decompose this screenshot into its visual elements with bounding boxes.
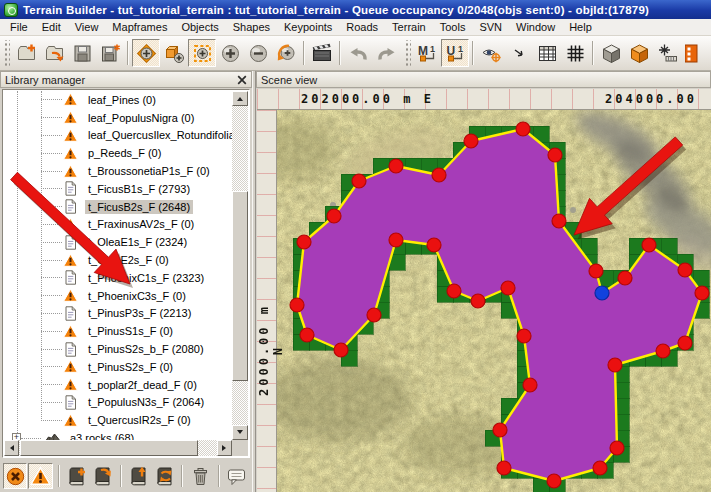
polygon-vertex[interactable] [297,235,311,249]
polygon-vertex[interactable] [334,343,348,357]
polygon-vertex[interactable] [548,148,562,162]
expand-icon[interactable]: + [12,433,21,440]
tree-item[interactable]: t_PopulusN3s_F (2064) [4,394,232,412]
add-item-button[interactable] [216,39,244,67]
polygon-vertex[interactable] [501,281,515,295]
polygon-vertex[interactable] [432,168,446,182]
polygon-vertex[interactable] [516,122,530,136]
open-file-button[interactable] [40,39,68,67]
tree-item[interactable]: leaf_QuercusIlex_Rotundifolia [4,127,232,145]
library-comment-button[interactable] [225,463,249,489]
library-add-button[interactable] [65,463,89,489]
tree-item[interactable]: t_PhoenixC3s_F (0) [4,287,232,305]
scene-canvas[interactable] [277,110,711,492]
tree-hscrollbar[interactable] [4,440,232,456]
tree-item[interactable]: leaf_PopulusNigra (0) [4,109,232,127]
library-reload-button[interactable] [152,463,176,489]
menu-item-tools[interactable]: Tools [433,20,473,35]
polygon-vertex[interactable] [471,294,485,308]
tree-item[interactable]: t_OleaE1s_F (2324) [4,233,232,251]
vscroll-down-button[interactable] [232,425,248,440]
menu-item-help[interactable]: Help [562,20,599,35]
polygon-vertex[interactable] [427,238,441,252]
hscroll-left-button[interactable] [4,440,19,456]
title-bar[interactable]: Terrain Builder - tut_tutorial_terrain :… [0,0,711,19]
rotate-add-button[interactable] [272,39,300,67]
menu-item-view[interactable]: View [68,20,106,35]
menu-item-file[interactable]: File [3,20,35,35]
tree-item[interactable]: t_QuercusIR2s_F (0) [4,411,232,429]
polygon-vertex[interactable] [678,336,692,350]
hscroll-thumb[interactable] [20,440,198,456]
close-icon[interactable] [237,75,247,85]
save-as-button[interactable] [96,39,124,67]
add-selection-button[interactable] [188,39,216,67]
polygon-vertex[interactable] [389,233,403,247]
tree-item[interactable]: t_BroussonetiaP1s_F (0) [4,162,232,180]
map-mode-button[interactable]: M1 [413,39,441,67]
polygon-vertex[interactable] [389,159,403,173]
tree-item[interactable]: p_Reeds_F (0) [4,144,232,162]
tree-item[interactable]: t_OleaE2s_F (0) [4,251,232,269]
undo-button[interactable] [344,39,372,67]
scene-map[interactable] [277,110,711,492]
polygon-vertex[interactable] [610,441,624,455]
polygon-vertex[interactable] [523,378,537,392]
panel-partial-button[interactable] [681,39,709,67]
add-object-button[interactable] [160,39,188,67]
menu-item-roads[interactable]: Roads [339,20,385,35]
hscroll-right-button[interactable] [217,440,232,456]
tree-item[interactable]: t_poplar2f_dead_F (0) [4,376,232,394]
tree-item[interactable]: t_PinusS2s_b_F (2080) [4,340,232,358]
polygon-vertex[interactable] [300,328,314,342]
tree-item[interactable]: t_PinusP3s_F (2213) [4,305,232,323]
tree-item[interactable]: t_PhoenixC1s_F (2323) [4,269,232,287]
library-delete-button[interactable] [188,463,212,489]
menu-item-terrain[interactable]: Terrain [385,20,433,35]
tree-item[interactable]: t_FraxinusAV2s_F (0) [4,216,232,234]
polygon-vertex[interactable] [552,214,566,228]
menu-item-svn[interactable]: SVN [472,20,509,35]
library-export-button[interactable] [127,463,151,489]
add-primary-button[interactable] [132,39,160,67]
tree-item[interactable]: t_PinusS2s_F (0) [4,358,232,376]
polygon-vertex[interactable] [589,264,603,278]
polygon-vertex[interactable] [497,461,511,475]
polygon-vertex[interactable] [656,344,670,358]
view-3d-textured-button[interactable] [625,39,653,67]
grid-toggle-button[interactable] [561,39,589,67]
polygon-vertex[interactable] [352,174,366,188]
snap-ruler-button[interactable] [653,39,681,67]
remove-item-button[interactable] [244,39,272,67]
grid-table-button[interactable] [533,39,561,67]
toolbar-handle[interactable] [3,40,10,66]
movie-clip-button[interactable] [308,39,336,67]
polygon-vertex[interactable] [642,238,656,252]
menu-item-edit[interactable]: Edit [35,20,68,35]
units-mode-button[interactable]: U1 [441,39,469,67]
polygon-vertex[interactable] [593,461,607,475]
polygon-vertex[interactable] [618,271,632,285]
polygon-vertex[interactable] [493,423,507,437]
polygon-vertex[interactable] [547,474,561,488]
tree-item[interactable]: leaf_Pines (0) [4,91,232,109]
polygon-vertex[interactable] [327,209,341,223]
filter-errors-button[interactable] [3,463,27,489]
menu-item-window[interactable]: Window [509,20,562,35]
inspect-view-button[interactable] [477,39,505,67]
tree-item[interactable]: t_FicusB1s_F (2793) [4,180,232,198]
polygon-vertex[interactable] [517,329,531,343]
tree-vscrollbar[interactable] [232,91,248,440]
new-file-button[interactable] [12,39,40,67]
menu-item-keypoints[interactable]: Keypoints [277,20,339,35]
tree-item[interactable]: t_FicusB2s_F (2648) [4,198,232,216]
menu-item-shapes[interactable]: Shapes [226,20,277,35]
view-3d-flat-button[interactable] [597,39,625,67]
menu-item-mapframes[interactable]: Mapframes [105,20,174,35]
polygon-vertex[interactable] [678,263,692,277]
library-import-button[interactable] [90,463,114,489]
menu-item-objects[interactable]: Objects [174,20,225,35]
polygon-vertex[interactable] [695,286,709,300]
vscroll-up-button[interactable] [232,91,248,106]
tree-item[interactable]: t_PinusS1s_F (0) [4,322,232,340]
